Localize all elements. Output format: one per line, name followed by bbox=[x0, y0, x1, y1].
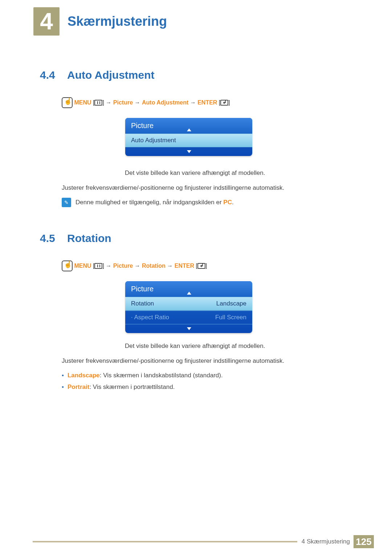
page-number: 125 bbox=[356, 536, 371, 547]
footer-page-box: 125 bbox=[354, 535, 374, 548]
osd-item-aspect-ratio: Aspect Ratio Full Screen bbox=[125, 311, 252, 324]
bullet-landscape: Landscape: Vis skærmen i landskabstilsta… bbox=[62, 372, 223, 379]
osd-item-value: Landscape bbox=[216, 300, 246, 307]
caption-4-4: Det viste billede kan variere afhængigt … bbox=[125, 169, 265, 177]
osd-item-auto-adjustment: Auto Adjustment bbox=[125, 134, 252, 147]
osd-item-rotation: Rotation Landscape bbox=[125, 297, 252, 311]
menu-label: MENU bbox=[74, 263, 91, 269]
path-rotation: Rotation bbox=[142, 263, 166, 269]
body-text-4-4: Justerer frekvensværdierne/-positionerne… bbox=[62, 184, 284, 192]
arrow-icon: → bbox=[190, 99, 197, 106]
arrow-down-icon bbox=[187, 327, 191, 330]
osd-panel-picture-2: Picture Rotation Landscape Aspect Ratio … bbox=[125, 281, 252, 333]
arrow-icon: → bbox=[106, 99, 111, 106]
hand-icon bbox=[62, 260, 73, 271]
section-number-4-4: 4.4 bbox=[40, 69, 55, 81]
bullet-text: : Vis skærmen i landskabstilstand (stand… bbox=[100, 372, 223, 379]
arrow-icon: → bbox=[167, 263, 174, 269]
menu-icon bbox=[94, 100, 102, 106]
path-picture: Picture bbox=[113, 99, 133, 106]
chapter-title: Skærmjustering bbox=[68, 14, 167, 29]
footer-chapter: 4 Skærmjustering bbox=[302, 538, 350, 545]
osd-footer bbox=[125, 147, 252, 156]
note-prefix: Denne mulighed er tilgængelig, når indga… bbox=[75, 199, 223, 206]
hand-icon bbox=[62, 97, 73, 108]
footer-bar: 4 Skærmjustering 125 bbox=[33, 535, 392, 548]
chapter-number: 4 bbox=[40, 8, 53, 35]
osd-item-label: Auto Adjustment bbox=[131, 137, 176, 144]
arrow-icon: → bbox=[135, 263, 142, 269]
osd-header: Picture bbox=[125, 281, 252, 297]
osd-footer bbox=[125, 324, 252, 333]
path-auto-adjustment: Auto Adjustment bbox=[142, 99, 188, 106]
section-title-auto-adjustment: Auto Adjustment bbox=[67, 69, 155, 81]
chapter-number-box: 4 bbox=[33, 7, 60, 36]
osd-item-label: Rotation bbox=[131, 300, 154, 307]
arrow-up-icon bbox=[187, 292, 191, 295]
body-text-4-5: Justerer frekvensværdierne/-positionerne… bbox=[62, 357, 284, 365]
enter-label: ENTER bbox=[197, 99, 217, 106]
section-number-4-5: 4.5 bbox=[40, 232, 55, 245]
note-text-4-4: Denne mulighed er tilgængelig, når indga… bbox=[75, 199, 234, 206]
enter-icon bbox=[220, 100, 228, 106]
path-picture: Picture bbox=[113, 263, 133, 269]
bullet-label: Portrait bbox=[68, 383, 89, 390]
osd-item-value: Full Screen bbox=[215, 314, 246, 321]
bullet-label: Landscape bbox=[68, 372, 100, 379]
note-suffix: . bbox=[232, 199, 234, 206]
enter-icon bbox=[197, 263, 205, 269]
footer-divider bbox=[33, 541, 297, 542]
osd-item-label: Aspect Ratio bbox=[131, 314, 169, 321]
arrow-icon: → bbox=[135, 99, 142, 106]
osd-panel-picture-1: Picture Auto Adjustment bbox=[125, 118, 252, 156]
osd-header-text: Picture bbox=[131, 285, 154, 293]
bullet-list-4-5: Landscape: Vis skærmen i landskabstilsta… bbox=[62, 372, 223, 395]
osd-header: Picture bbox=[125, 118, 252, 134]
bracket: ] bbox=[205, 263, 207, 269]
arrow-icon: → bbox=[106, 263, 111, 269]
enter-label: ENTER bbox=[175, 263, 194, 269]
bullet-portrait: Portrait: Vis skærmen i portrættilstand. bbox=[62, 383, 223, 391]
caption-4-5: Det viste billede kan variere afhængigt … bbox=[125, 342, 265, 350]
menu-path-4-5: MENU [] → Picture → Rotation → ENTER [] bbox=[62, 260, 207, 271]
note-pc: PC bbox=[223, 199, 232, 206]
menu-icon bbox=[94, 263, 102, 269]
note-icon bbox=[62, 198, 71, 207]
osd-header-text: Picture bbox=[131, 122, 154, 130]
bracket: ] bbox=[228, 99, 230, 106]
arrow-down-icon bbox=[187, 150, 191, 153]
arrow-up-icon bbox=[187, 128, 191, 131]
bullet-text: : Vis skærmen i portrættilstand. bbox=[89, 383, 175, 390]
menu-path-4-4: MENU [] → Picture → Auto Adjustment → EN… bbox=[62, 97, 230, 108]
menu-label: MENU bbox=[74, 99, 91, 106]
section-title-rotation: Rotation bbox=[67, 232, 111, 245]
